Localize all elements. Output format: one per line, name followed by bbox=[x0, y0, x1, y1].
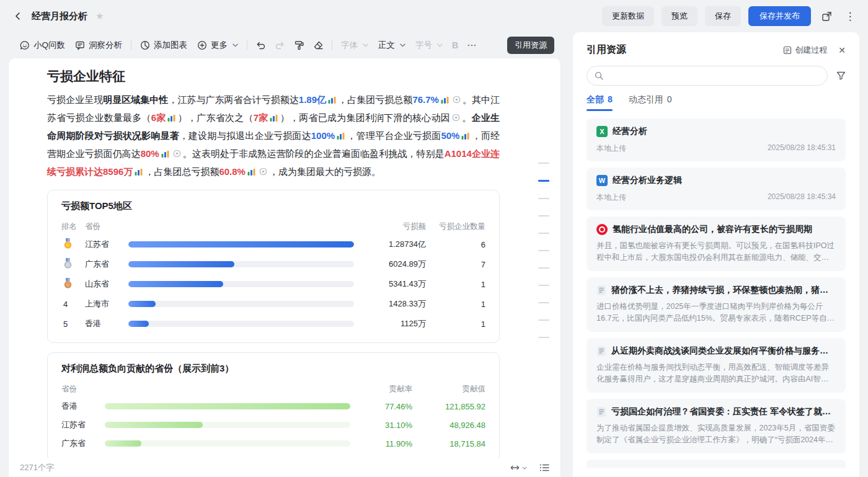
resource-item-partial[interactable] bbox=[587, 460, 846, 468]
citation-icon[interactable] bbox=[337, 133, 345, 140]
search-box[interactable] bbox=[587, 66, 828, 86]
medal-gold-icon bbox=[63, 238, 73, 251]
font-size-label: 字号 bbox=[415, 40, 432, 51]
text-segment: 7家 bbox=[254, 112, 268, 123]
loss-bar bbox=[128, 261, 354, 267]
save-button[interactable]: 保存 bbox=[705, 6, 741, 26]
citation-icon[interactable] bbox=[167, 115, 175, 122]
resource-item[interactable]: 猪价涨不上去，养猪持续亏损，环保整顿也凑热闹，猪农该…进口价格优势明显，2025… bbox=[587, 277, 846, 332]
undo-button[interactable] bbox=[251, 36, 270, 55]
cite-resources-button[interactable]: 引用资源 bbox=[507, 37, 554, 54]
text-segment: ，建设期与拟退出企业亏损面达 bbox=[179, 130, 311, 141]
text-segment: 。 bbox=[462, 112, 471, 123]
format-painter-button[interactable] bbox=[290, 36, 309, 55]
word-file-icon: W bbox=[596, 175, 608, 186]
toolbar-overflow-button[interactable]: ⋯ bbox=[463, 36, 481, 55]
rank-cell: 4 bbox=[61, 300, 85, 309]
insight-analysis-button[interactable]: 洞察分析 bbox=[70, 36, 127, 55]
filter-button[interactable] bbox=[836, 71, 846, 80]
doc-icon bbox=[596, 345, 606, 357]
col-header-value: 贡献值 bbox=[412, 384, 485, 395]
resource-item[interactable]: 从近期外卖商战浅谈同类企业发展如何平衡价格与服务天平企业需在价格与服务间找到动态… bbox=[587, 338, 846, 393]
more-menu-button[interactable]: 更多 bbox=[192, 36, 243, 55]
resource-item-header: 氢能行业估值最高的公司，被容许有更长的亏损周期 bbox=[596, 224, 836, 235]
citation-info-icon[interactable] bbox=[259, 167, 267, 176]
save-publish-button[interactable]: 保存并发布 bbox=[748, 6, 811, 26]
panel-header: 引用资源 创建过程 ✕ bbox=[587, 43, 846, 56]
enterprise-count-cell: 1 bbox=[426, 280, 485, 289]
star-icon[interactable]: ★ bbox=[95, 11, 104, 22]
paragraph-style-select[interactable]: 正文 bbox=[373, 36, 410, 55]
text-segment: 50% bbox=[441, 130, 459, 141]
word-count: 2271个字 bbox=[20, 462, 54, 473]
tab-dynamic[interactable]: 动态引用 0 bbox=[629, 94, 672, 111]
citation-info-icon[interactable] bbox=[173, 149, 181, 158]
chart-title: 对利润总额负向贡献的省份（展示到前3） bbox=[61, 363, 485, 375]
chevron-down-icon bbox=[232, 43, 238, 47]
fit-width-button[interactable] bbox=[510, 463, 527, 472]
minimap-dash[interactable] bbox=[538, 267, 549, 269]
table-header: 排名 省份 亏损额 亏损企业数量 bbox=[61, 218, 485, 234]
citation-icon[interactable] bbox=[135, 169, 143, 176]
resource-item[interactable]: X经营分析本地上传2025/08/28 18:45:31 bbox=[587, 118, 846, 161]
citation-icon[interactable] bbox=[270, 115, 278, 122]
text-segment: 1.89亿 bbox=[299, 94, 326, 105]
tab-all[interactable]: 全部 8 bbox=[587, 94, 613, 111]
resource-title: 经营分析业务逻辑 bbox=[613, 175, 836, 186]
resource-item[interactable]: 亏损国企如何治理？省国资委：压实责任 军令状签了就要认账为了推动省属国企提质增效… bbox=[587, 399, 846, 453]
resource-item[interactable]: W经营分析业务逻辑本地上传2025/08/28 18:45:34 bbox=[587, 167, 846, 210]
resource-item[interactable]: 氢能行业估值最高的公司，被容许有更长的亏损周期并且，国氢也能被容许有更长亏损周期… bbox=[587, 216, 846, 271]
chevron-down-icon bbox=[400, 43, 405, 47]
share-button[interactable] bbox=[818, 8, 835, 24]
citation-icon[interactable] bbox=[247, 169, 255, 176]
citation-icon[interactable] bbox=[328, 97, 336, 104]
back-button[interactable] bbox=[10, 8, 26, 24]
font-size-select[interactable]: 字号 bbox=[410, 36, 448, 55]
more-menu-label: 更多 bbox=[211, 40, 228, 51]
minimap-dash[interactable] bbox=[538, 319, 549, 321]
outline-button[interactable] bbox=[539, 463, 549, 472]
citation-icon[interactable] bbox=[441, 97, 449, 104]
close-panel-button[interactable]: ✕ bbox=[838, 45, 846, 55]
rate-cell: 31.10% bbox=[360, 421, 412, 430]
add-chart-button[interactable]: 添加图表 bbox=[135, 36, 192, 55]
text-segment: 。这表明处于非成熟运营阶段的企业普遍面临盈利挑战，特别是 bbox=[183, 148, 445, 159]
process-icon bbox=[783, 46, 792, 55]
update-data-button[interactable]: 更新数据 bbox=[602, 6, 654, 26]
preview-button[interactable]: 预览 bbox=[662, 6, 698, 26]
col-header-rate: 贡献率 bbox=[360, 384, 412, 395]
minimap-dash[interactable] bbox=[538, 198, 549, 199]
text-segment: 76.7% bbox=[412, 94, 439, 105]
search-input[interactable] bbox=[608, 71, 820, 81]
creation-process-link[interactable]: 创建过程 bbox=[783, 45, 827, 56]
redo-button[interactable] bbox=[270, 36, 290, 55]
minimap-dash[interactable] bbox=[538, 163, 549, 164]
table-row: 广东省11.90%18,715.84 bbox=[61, 434, 485, 453]
filter-icon bbox=[836, 71, 846, 80]
citation-icon[interactable] bbox=[161, 151, 169, 158]
clear-format-button[interactable] bbox=[309, 36, 328, 55]
loss-bar-fill bbox=[128, 241, 354, 247]
minimap-dash[interactable] bbox=[538, 250, 549, 251]
more-options-button[interactable]: ⋮ bbox=[842, 8, 858, 24]
xiaoq-ask-button[interactable]: 小Q问数 bbox=[15, 36, 70, 55]
minimap-dash[interactable] bbox=[538, 233, 549, 234]
minimap-dash[interactable] bbox=[538, 180, 549, 182]
resource-source: 本地上传 bbox=[596, 143, 626, 154]
citation-icon[interactable] bbox=[461, 133, 469, 140]
minimap-dash[interactable] bbox=[538, 337, 549, 338]
province-cell: 香港 bbox=[85, 318, 125, 329]
share-icon bbox=[822, 11, 832, 22]
minimap-dash[interactable] bbox=[538, 215, 549, 216]
citation-info-icon[interactable] bbox=[452, 114, 460, 122]
font-family-select[interactable]: 字体 bbox=[336, 36, 373, 55]
contribution-bar-fill bbox=[105, 422, 203, 428]
province-cell: 香港 bbox=[61, 401, 101, 412]
minimap-dash[interactable] bbox=[538, 302, 549, 303]
tab-dynamic-count: 0 bbox=[667, 94, 672, 105]
citation-info-icon[interactable] bbox=[453, 96, 461, 104]
bold-button[interactable]: B bbox=[448, 36, 463, 55]
loss-bar bbox=[128, 281, 354, 287]
province-cell: 广东省 bbox=[61, 438, 101, 449]
minimap-dash[interactable] bbox=[538, 285, 549, 286]
